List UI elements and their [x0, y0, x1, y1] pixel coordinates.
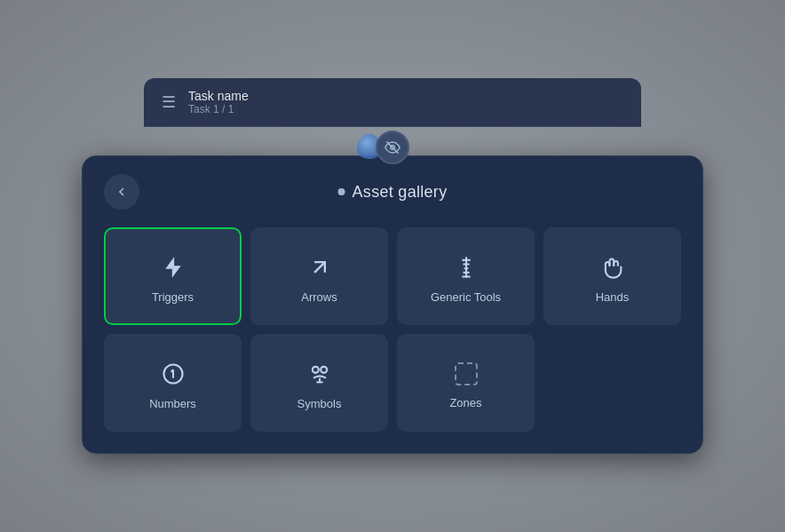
svg-point-14: [321, 366, 327, 372]
gallery-item-hands[interactable]: Hands: [543, 227, 681, 325]
arrow-diagonal-icon: [307, 255, 332, 280]
tools-icon: [454, 255, 479, 280]
symbols-icon: [307, 361, 332, 386]
back-button[interactable]: [104, 174, 139, 210]
task-list-icon: ☰: [162, 94, 176, 110]
zones-label: Zones: [449, 396, 481, 409]
svg-marker-2: [165, 257, 181, 277]
task-progress: Task 1 / 1: [188, 103, 249, 115]
gallery-title: Asset gallery: [353, 183, 448, 202]
gallery-title-area: Asset gallery: [338, 183, 448, 202]
gallery-item-numbers[interactable]: Numbers: [104, 334, 242, 432]
hands-label: Hands: [596, 290, 630, 304]
gallery-item-zones[interactable]: Zones: [397, 334, 535, 432]
symbols-label: Symbols: [297, 397, 342, 410]
gallery-header: Asset gallery: [104, 174, 681, 210]
arrows-label: Arrows: [301, 290, 337, 304]
task-name: Task name: [188, 89, 249, 103]
svg-line-3: [314, 262, 325, 273]
gallery-item-generic-tools[interactable]: Generic Tools: [397, 227, 535, 325]
task-bar: ☰ Task name Task 1 / 1: [144, 78, 641, 127]
gallery-dot: [338, 188, 345, 195]
connector-area: [144, 127, 641, 155]
triggers-label: Triggers: [152, 290, 194, 304]
asset-gallery-panel: Asset gallery Triggers: [82, 155, 703, 454]
gallery-item-triggers[interactable]: Triggers: [104, 227, 242, 325]
gallery-item-arrows[interactable]: Arrows: [250, 227, 388, 325]
eye-button[interactable]: [376, 131, 409, 164]
gallery-grid: Triggers Arrows: [104, 227, 681, 432]
lightning-icon: [161, 255, 186, 280]
gallery-item-symbols[interactable]: Symbols: [250, 334, 388, 432]
zones-icon: [455, 362, 478, 385]
svg-point-13: [312, 366, 318, 372]
circle-1-icon: [161, 361, 186, 386]
task-info: Task name Task 1 / 1: [188, 89, 249, 115]
numbers-label: Numbers: [149, 397, 196, 410]
generic-tools-label: Generic Tools: [431, 290, 501, 304]
hand-pointer-icon: [600, 255, 625, 280]
